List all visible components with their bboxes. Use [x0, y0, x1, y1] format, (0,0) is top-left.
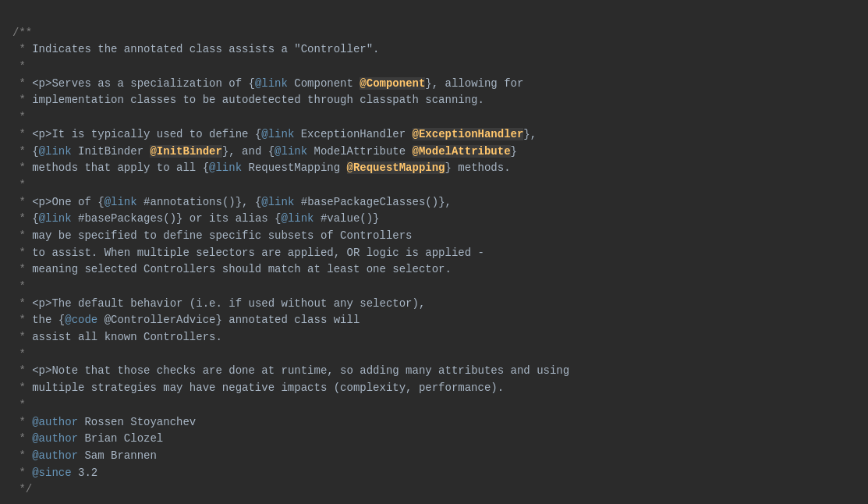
- line-14-star: *: [12, 247, 32, 259]
- link-2: @link: [261, 128, 294, 140]
- line-13-star: *: [12, 229, 32, 242]
- line-22-text: multiple strategies may have negative im…: [32, 382, 504, 394]
- line-22-star: *: [12, 382, 32, 394]
- line-16: *: [12, 280, 26, 293]
- line-10: *: [12, 179, 26, 191]
- line-9-text: methods that apply to all {: [32, 161, 209, 174]
- line-2-text: Indicates the annotated class assists a …: [32, 43, 379, 55]
- line-24-star: *: [12, 416, 32, 428]
- line-26-star: *: [12, 449, 32, 462]
- link-1: @link: [255, 77, 288, 90]
- link-7: @link: [261, 196, 294, 208]
- line-27-star: *: [12, 467, 32, 479]
- line-5-text: implementation classes to be autodetecte…: [32, 94, 484, 106]
- line-9-text3: } methods.: [445, 161, 511, 174]
- author-1-name: Rossen Stoyanchev: [78, 416, 196, 428]
- line-12-star: *: [12, 212, 32, 225]
- line-20: *: [12, 348, 26, 360]
- line-21-text: Note that those checks are done at runti…: [51, 364, 569, 377]
- annotation-exceptionhandler: @ExceptionHandler: [413, 128, 524, 140]
- line-5-star: *: [12, 94, 32, 106]
- line-8-text1: {: [32, 145, 38, 158]
- link-8: @link: [39, 212, 72, 225]
- since-keyword: @since: [32, 467, 71, 479]
- annotation-requestmapping: @RequestMapping: [347, 161, 445, 174]
- annotation-initbinder: @InitBinder: [150, 145, 221, 158]
- line-9-text2: RequestMapping: [242, 161, 346, 174]
- code-viewer: /** * Indicates the annotated class assi…: [12, 8, 856, 499]
- line-21-tag: <p>: [32, 364, 51, 377]
- line-11-text3: #basePackageClasses()},: [294, 196, 452, 208]
- line-2: *: [12, 43, 32, 55]
- line-4-star: *: [12, 77, 32, 90]
- author-2-name: Brian Clozel: [78, 432, 163, 445]
- link-3: @link: [39, 145, 72, 158]
- link-9: @link: [281, 212, 314, 225]
- line-15-text: meaning selected Controllers should matc…: [32, 263, 452, 275]
- line-7-tag: <p>: [32, 128, 51, 140]
- link-4: @link: [275, 145, 307, 158]
- line-7-text2: ExceptionHandler: [294, 128, 412, 140]
- line-11-text2: #annotations()}, {: [137, 196, 262, 208]
- line-8-text4: ModelAttribute: [307, 145, 412, 158]
- author-3-keyword: @author: [32, 449, 78, 462]
- line-17-star: *: [12, 297, 32, 310]
- line-14-text: to assist. When multiple selectors are a…: [32, 247, 484, 259]
- line-4-text: Serves as a specialization of {: [51, 77, 254, 90]
- line-7-text3: },: [523, 128, 537, 140]
- author-3-name: Sam Brannen: [78, 449, 157, 462]
- author-2-keyword: @author: [32, 432, 78, 445]
- link-6: @link: [105, 196, 137, 208]
- line-13-text: may be specified to define specific subs…: [32, 229, 412, 242]
- code-1: @code: [65, 314, 97, 326]
- line-9-star: *: [12, 161, 32, 174]
- line-7-star: *: [12, 128, 32, 140]
- line-12-text2: #basePackages()} or its alias {: [72, 212, 282, 225]
- line-6: *: [12, 111, 26, 123]
- line-12-text3: #value()}: [314, 212, 380, 225]
- line-12-text1: {: [32, 212, 38, 225]
- link-5: @link: [209, 161, 242, 174]
- line-23: *: [12, 399, 26, 411]
- line-8-text2: InitBinder: [72, 145, 151, 158]
- line-8-text5: }: [511, 145, 517, 158]
- line-18-text2: @ControllerAdvice} annotated class will: [97, 314, 360, 326]
- line-18-text1: the {: [32, 314, 65, 326]
- line-19-text: assist all known Controllers.: [32, 331, 222, 343]
- line-15-star: *: [12, 263, 32, 275]
- annotation-modelattribute: @ModelAttribute: [413, 145, 511, 158]
- line-11-tag: <p>: [32, 196, 51, 208]
- line-11-star: *: [12, 196, 32, 208]
- line-28: */: [12, 483, 32, 495]
- line-4-text2: Component: [288, 77, 360, 90]
- author-1-keyword: @author: [32, 416, 78, 428]
- line-21-star: *: [12, 364, 32, 377]
- line-11-text: One of {: [51, 196, 104, 208]
- annotation-component: @Component: [360, 77, 425, 90]
- line-19-star: *: [12, 331, 32, 343]
- since-version: 3.2: [72, 467, 98, 479]
- line-4-text3: }, allowing for: [425, 77, 523, 90]
- line-8-star: *: [12, 145, 32, 158]
- line-3: *: [12, 60, 26, 73]
- line-18-star: *: [12, 314, 32, 326]
- line-17-text: The default behavior (i.e. if used witho…: [51, 297, 425, 310]
- line-25-star: *: [12, 432, 32, 445]
- line-4-tag: <p>: [32, 77, 51, 90]
- line-7-text: It is typically used to define {: [51, 128, 261, 140]
- line-8-text3: }, and {: [222, 145, 275, 158]
- line-1: /**: [12, 27, 32, 39]
- line-17-tag: <p>: [32, 297, 51, 310]
